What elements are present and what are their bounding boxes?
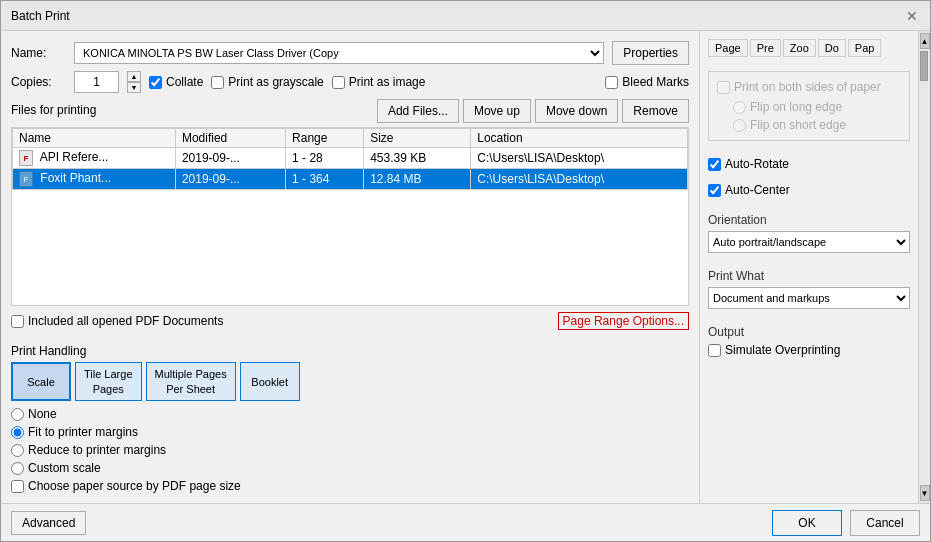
col-header-modified: Modified — [175, 129, 285, 148]
scale-options: None Fit to printer margins Reduce to pr… — [11, 407, 689, 475]
scroll-track — [919, 49, 930, 485]
files-table: Name Modified Range Size Location F — [12, 128, 688, 190]
print-handling-section: Print Handling Scale Tile LargePages Mul… — [11, 344, 689, 493]
move-down-button[interactable]: Move down — [535, 99, 618, 123]
choose-paper-text: Choose paper source by PDF page size — [28, 479, 241, 493]
auto-rotate-text: Auto-Rotate — [725, 157, 789, 171]
auto-rotate-checkbox[interactable] — [708, 158, 721, 171]
scroll-thumb[interactable] — [920, 51, 928, 81]
name-label: Name: — [11, 46, 66, 60]
table-row[interactable]: F Foxit Phant... 2019-09-... 1 - 364 12.… — [13, 169, 688, 190]
remove-button[interactable]: Remove — [622, 99, 689, 123]
file-modified-cell: 2019-09-... — [175, 169, 285, 190]
flip-long-radio — [733, 101, 746, 114]
bottom-bar: Advanced OK Cancel — [1, 503, 930, 541]
print-grayscale-label: Print as grayscale — [211, 75, 323, 89]
file-name-cell: F API Refere... — [13, 148, 176, 169]
print-handling-label: Print Handling — [11, 344, 689, 358]
copies-spinner: ▲ ▼ — [127, 71, 141, 93]
flip-short-option: Flip on short edge — [733, 118, 901, 132]
choose-paper-checkbox[interactable] — [11, 480, 24, 493]
copies-label: Copies: — [11, 75, 66, 89]
scroll-down-button[interactable]: ▼ — [920, 485, 930, 501]
copies-input[interactable] — [74, 71, 119, 93]
include-row: Included all opened PDF Documents Page R… — [11, 312, 689, 330]
col-header-range: Range — [286, 129, 364, 148]
multiple-pages-per-sheet-button[interactable]: Multiple PagesPer Sheet — [146, 362, 236, 401]
handling-buttons: Scale Tile LargePages Multiple PagesPer … — [11, 362, 689, 401]
pre-tab[interactable]: Pre — [750, 39, 781, 57]
page-range-options-link[interactable]: Page Range Options... — [558, 312, 689, 330]
main-panel: Name: KONICA MINOLTA PS BW Laser Class D… — [1, 31, 700, 503]
right-panel-scrollbar[interactable]: ▲ ▼ — [918, 31, 930, 503]
print-both-sides-checkbox — [717, 81, 730, 94]
flip-short-label: Flip on short edge — [750, 118, 846, 132]
none-radio[interactable] — [11, 408, 24, 421]
bleed-marks-text: Bleed Marks — [622, 75, 689, 89]
files-section: Files for printing Add Files... Move up … — [11, 99, 689, 306]
custom-scale-radio[interactable] — [11, 462, 24, 475]
fit-printer-label: Fit to printer margins — [28, 425, 138, 439]
print-grayscale-checkbox[interactable] — [211, 76, 224, 89]
print-image-checkbox[interactable] — [332, 76, 345, 89]
table-row[interactable]: F API Refere... 2019-09-... 1 - 28 453.3… — [13, 148, 688, 169]
simulate-overprint-checkbox[interactable] — [708, 344, 721, 357]
col-header-size: Size — [364, 129, 471, 148]
flip-long-label: Flip on long edge — [750, 100, 842, 114]
print-image-text: Print as image — [349, 75, 426, 89]
copies-up-button[interactable]: ▲ — [127, 71, 141, 82]
booklet-button[interactable]: Booklet — [240, 362, 300, 401]
copies-row: Copies: ▲ ▼ Collate Print as grayscale P… — [11, 71, 689, 93]
collate-label: Collate — [166, 75, 203, 89]
zoo-tab[interactable]: Zoo — [783, 39, 816, 57]
fit-printer-radio[interactable] — [11, 426, 24, 439]
bleed-marks-checkbox[interactable] — [605, 76, 618, 89]
duplex-section: Print on both sides of paper Flip on lon… — [708, 71, 910, 141]
output-label: Output — [708, 325, 910, 339]
batch-print-dialog: Batch Print ✕ Name: KONICA MINOLTA PS BW… — [0, 0, 931, 542]
dialog-body: Name: KONICA MINOLTA PS BW Laser Class D… — [1, 31, 930, 503]
flip-options: Flip on long edge Flip on short edge — [733, 100, 901, 132]
printer-name-select[interactable]: KONICA MINOLTA PS BW Laser Class Driver … — [74, 42, 604, 64]
include-opened-label: Included all opened PDF Documents — [11, 314, 223, 328]
tile-large-pages-button[interactable]: Tile LargePages — [75, 362, 142, 401]
files-list-container: Name Modified Range Size Location F — [11, 127, 689, 306]
choose-paper-label: Choose paper source by PDF page size — [11, 479, 689, 493]
auto-rotate-label: Auto-Rotate — [708, 157, 910, 171]
file-modified-cell: 2019-09-... — [175, 148, 285, 169]
move-up-button[interactable]: Move up — [463, 99, 531, 123]
orientation-section: Orientation Auto portrait/landscape — [708, 213, 910, 253]
close-button[interactable]: ✕ — [904, 8, 920, 24]
collate-checkbox[interactable] — [149, 76, 162, 89]
file-size-cell: 12.84 MB — [364, 169, 471, 190]
add-files-button[interactable]: Add Files... — [377, 99, 459, 123]
properties-button[interactable]: Properties — [612, 41, 689, 65]
ok-button[interactable]: OK — [772, 510, 842, 536]
orientation-select[interactable]: Auto portrait/landscape — [708, 231, 910, 253]
cancel-button[interactable]: Cancel — [850, 510, 920, 536]
scale-button[interactable]: Scale — [11, 362, 71, 401]
file-size-cell: 453.39 KB — [364, 148, 471, 169]
advanced-button[interactable]: Advanced — [11, 511, 86, 535]
scroll-up-button[interactable]: ▲ — [920, 33, 930, 49]
bottom-bar-right: OK Cancel — [772, 510, 920, 536]
flip-long-option: Flip on long edge — [733, 100, 901, 114]
include-opened-text: Included all opened PDF Documents — [28, 314, 223, 328]
flip-short-radio — [733, 119, 746, 132]
simulate-overprint-label: Simulate Overprinting — [708, 343, 910, 357]
print-what-section: Print What Document and markups — [708, 269, 910, 309]
name-row: Name: KONICA MINOLTA PS BW Laser Class D… — [11, 41, 689, 65]
files-section-label: Files for printing — [11, 103, 96, 117]
page-tab[interactable]: Page — [708, 39, 748, 57]
simulate-overprint-text: Simulate Overprinting — [725, 343, 840, 357]
auto-center-checkbox[interactable] — [708, 184, 721, 197]
pap-tab[interactable]: Pap — [848, 39, 882, 57]
include-opened-checkbox[interactable] — [11, 315, 24, 328]
orientation-label: Orientation — [708, 213, 910, 227]
print-what-select[interactable]: Document and markups — [708, 287, 910, 309]
right-panel-container: Page Pre Zoo Do Pap Print on both sides … — [700, 31, 930, 503]
do-tab[interactable]: Do — [818, 39, 846, 57]
copies-down-button[interactable]: ▼ — [127, 82, 141, 93]
reduce-printer-radio[interactable] — [11, 444, 24, 457]
reduce-printer-option: Reduce to printer margins — [11, 443, 689, 457]
